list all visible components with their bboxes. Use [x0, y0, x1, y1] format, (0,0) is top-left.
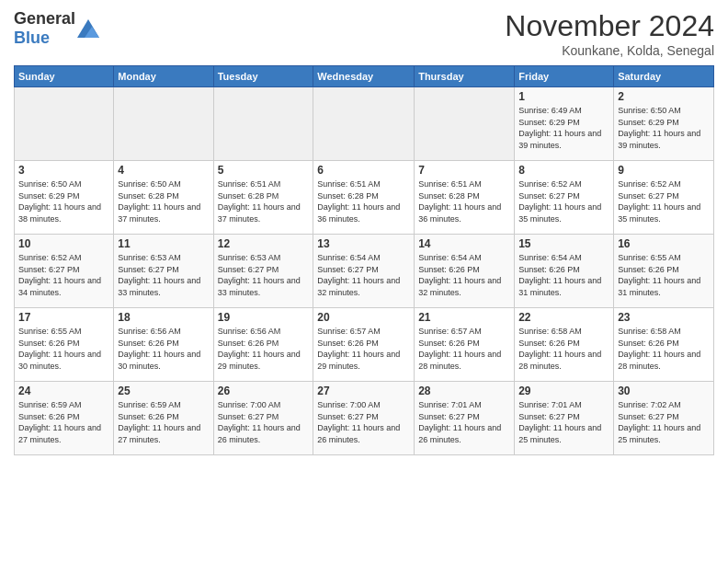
- month-title: November 2024: [505, 9, 714, 43]
- calendar-cell: 28Sunrise: 7:01 AM Sunset: 6:27 PM Dayli…: [415, 382, 515, 455]
- header-row: General Blue November 2024 Kounkane, Kol…: [14, 9, 714, 58]
- logo: General Blue: [14, 9, 99, 48]
- day-number: 22: [518, 311, 609, 324]
- day-number: 14: [418, 237, 510, 250]
- day-info: Sunrise: 6:59 AM Sunset: 6:26 PM Dayligh…: [118, 399, 209, 445]
- day-number: 13: [317, 237, 410, 250]
- calendar-cell: 18Sunrise: 6:56 AM Sunset: 6:26 PM Dayli…: [114, 308, 213, 382]
- weekday-header: Tuesday: [213, 66, 313, 87]
- day-number: 9: [618, 164, 710, 177]
- day-number: 30: [618, 385, 710, 397]
- calendar-cell: 21Sunrise: 6:57 AM Sunset: 6:26 PM Dayli…: [415, 308, 515, 382]
- weekday-header: Wednesday: [313, 66, 415, 87]
- day-info: Sunrise: 6:51 AM Sunset: 6:28 PM Dayligh…: [218, 178, 310, 224]
- calendar-cell: 5Sunrise: 6:51 AM Sunset: 6:28 PM Daylig…: [213, 161, 313, 235]
- day-number: 4: [118, 164, 209, 177]
- calendar-cell: 25Sunrise: 6:59 AM Sunset: 6:26 PM Dayli…: [114, 382, 213, 455]
- calendar-cell: 1Sunrise: 6:49 AM Sunset: 6:29 PM Daylig…: [515, 87, 614, 161]
- calendar-table: SundayMondayTuesdayWednesdayThursdayFrid…: [14, 65, 714, 455]
- day-info: Sunrise: 6:53 AM Sunset: 6:27 PM Dayligh…: [218, 252, 310, 298]
- logo-icon: [77, 19, 99, 38]
- calendar-cell: 30Sunrise: 7:02 AM Sunset: 6:27 PM Dayli…: [614, 382, 714, 455]
- calendar-cell: 17Sunrise: 6:55 AM Sunset: 6:26 PM Dayli…: [15, 308, 114, 382]
- day-info: Sunrise: 6:52 AM Sunset: 6:27 PM Dayligh…: [18, 252, 109, 298]
- day-info: Sunrise: 6:50 AM Sunset: 6:28 PM Dayligh…: [118, 178, 209, 224]
- calendar-cell: 12Sunrise: 6:53 AM Sunset: 6:27 PM Dayli…: [213, 235, 313, 308]
- weekday-header-row: SundayMondayTuesdayWednesdayThursdayFrid…: [15, 66, 714, 87]
- day-number: 27: [317, 385, 410, 397]
- day-info: Sunrise: 6:52 AM Sunset: 6:27 PM Dayligh…: [518, 178, 609, 224]
- calendar-cell: 29Sunrise: 7:01 AM Sunset: 6:27 PM Dayli…: [515, 382, 614, 455]
- day-info: Sunrise: 6:50 AM Sunset: 6:29 PM Dayligh…: [618, 105, 710, 151]
- calendar-cell: [415, 87, 515, 161]
- day-info: Sunrise: 7:01 AM Sunset: 6:27 PM Dayligh…: [518, 399, 609, 445]
- calendar-cell: 6Sunrise: 6:51 AM Sunset: 6:28 PM Daylig…: [313, 161, 415, 235]
- calendar-cell: [114, 87, 213, 161]
- day-info: Sunrise: 6:51 AM Sunset: 6:28 PM Dayligh…: [317, 178, 410, 224]
- calendar-cell: 13Sunrise: 6:54 AM Sunset: 6:27 PM Dayli…: [313, 235, 415, 308]
- day-number: 6: [317, 164, 410, 177]
- calendar-cell: 22Sunrise: 6:58 AM Sunset: 6:26 PM Dayli…: [515, 308, 614, 382]
- calendar-cell: 19Sunrise: 6:56 AM Sunset: 6:26 PM Dayli…: [213, 308, 313, 382]
- logo-blue-text: Blue: [14, 29, 50, 47]
- logo-general-text: General: [14, 9, 75, 28]
- day-number: 23: [618, 311, 710, 324]
- weekday-header: Saturday: [614, 66, 714, 87]
- day-info: Sunrise: 6:55 AM Sunset: 6:26 PM Dayligh…: [18, 326, 109, 372]
- day-number: 8: [518, 164, 609, 177]
- calendar-cell: 11Sunrise: 6:53 AM Sunset: 6:27 PM Dayli…: [114, 235, 213, 308]
- day-info: Sunrise: 6:49 AM Sunset: 6:29 PM Dayligh…: [518, 105, 609, 151]
- calendar-cell: 3Sunrise: 6:50 AM Sunset: 6:29 PM Daylig…: [15, 161, 114, 235]
- day-number: 26: [218, 385, 310, 397]
- day-number: 15: [518, 237, 609, 250]
- day-info: Sunrise: 7:02 AM Sunset: 6:27 PM Dayligh…: [618, 399, 710, 445]
- day-info: Sunrise: 6:57 AM Sunset: 6:26 PM Dayligh…: [418, 326, 510, 372]
- day-info: Sunrise: 7:00 AM Sunset: 6:27 PM Dayligh…: [317, 399, 410, 445]
- day-info: Sunrise: 6:54 AM Sunset: 6:26 PM Dayligh…: [518, 252, 609, 298]
- day-number: 1: [518, 90, 609, 103]
- calendar-cell: 4Sunrise: 6:50 AM Sunset: 6:28 PM Daylig…: [114, 161, 213, 235]
- day-number: 19: [218, 311, 310, 324]
- day-info: Sunrise: 6:58 AM Sunset: 6:26 PM Dayligh…: [618, 326, 710, 372]
- day-number: 7: [418, 164, 510, 177]
- day-number: 17: [18, 311, 109, 324]
- day-number: 28: [418, 385, 510, 397]
- calendar-cell: 16Sunrise: 6:55 AM Sunset: 6:26 PM Dayli…: [614, 235, 714, 308]
- day-info: Sunrise: 6:58 AM Sunset: 6:26 PM Dayligh…: [518, 326, 609, 372]
- day-number: 25: [118, 385, 209, 397]
- calendar-cell: 10Sunrise: 6:52 AM Sunset: 6:27 PM Dayli…: [15, 235, 114, 308]
- calendar-cell: 9Sunrise: 6:52 AM Sunset: 6:27 PM Daylig…: [614, 161, 714, 235]
- day-info: Sunrise: 6:57 AM Sunset: 6:26 PM Dayligh…: [317, 326, 410, 372]
- calendar-cell: 15Sunrise: 6:54 AM Sunset: 6:26 PM Dayli…: [515, 235, 614, 308]
- day-info: Sunrise: 6:50 AM Sunset: 6:29 PM Dayligh…: [18, 178, 109, 224]
- day-number: 11: [118, 237, 209, 250]
- calendar-cell: 8Sunrise: 6:52 AM Sunset: 6:27 PM Daylig…: [515, 161, 614, 235]
- day-info: Sunrise: 7:00 AM Sunset: 6:27 PM Dayligh…: [218, 399, 310, 445]
- calendar-cell: 7Sunrise: 6:51 AM Sunset: 6:28 PM Daylig…: [415, 161, 515, 235]
- weekday-header: Sunday: [15, 66, 114, 87]
- calendar-cell: 23Sunrise: 6:58 AM Sunset: 6:26 PM Dayli…: [614, 308, 714, 382]
- day-number: 16: [618, 237, 710, 250]
- calendar-cell: 27Sunrise: 7:00 AM Sunset: 6:27 PM Dayli…: [313, 382, 415, 455]
- day-info: Sunrise: 6:54 AM Sunset: 6:26 PM Dayligh…: [418, 252, 510, 298]
- day-number: 20: [317, 311, 410, 324]
- calendar-cell: 20Sunrise: 6:57 AM Sunset: 6:26 PM Dayli…: [313, 308, 415, 382]
- calendar-cell: 14Sunrise: 6:54 AM Sunset: 6:26 PM Dayli…: [415, 235, 515, 308]
- calendar-week-row: 3Sunrise: 6:50 AM Sunset: 6:29 PM Daylig…: [15, 161, 714, 235]
- day-number: 21: [418, 311, 510, 324]
- calendar-cell: [15, 87, 114, 161]
- calendar-week-row: 24Sunrise: 6:59 AM Sunset: 6:26 PM Dayli…: [15, 382, 714, 455]
- day-number: 3: [18, 164, 109, 177]
- day-info: Sunrise: 7:01 AM Sunset: 6:27 PM Dayligh…: [418, 399, 510, 445]
- day-number: 18: [118, 311, 209, 324]
- calendar-cell: 26Sunrise: 7:00 AM Sunset: 6:27 PM Dayli…: [213, 382, 313, 455]
- day-number: 12: [218, 237, 310, 250]
- day-number: 29: [518, 385, 609, 397]
- day-info: Sunrise: 6:56 AM Sunset: 6:26 PM Dayligh…: [218, 326, 310, 372]
- day-info: Sunrise: 6:54 AM Sunset: 6:27 PM Dayligh…: [317, 252, 410, 298]
- weekday-header: Thursday: [415, 66, 515, 87]
- calendar-week-row: 1Sunrise: 6:49 AM Sunset: 6:29 PM Daylig…: [15, 87, 714, 161]
- calendar-week-row: 17Sunrise: 6:55 AM Sunset: 6:26 PM Dayli…: [15, 308, 714, 382]
- day-info: Sunrise: 6:56 AM Sunset: 6:26 PM Dayligh…: [118, 326, 209, 372]
- weekday-header: Monday: [114, 66, 213, 87]
